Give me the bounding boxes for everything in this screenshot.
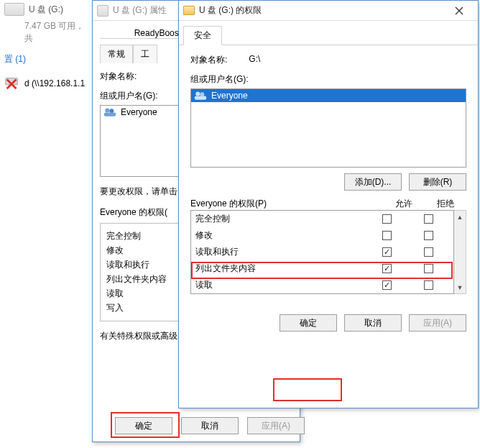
column-deny: 拒绝 bbox=[425, 198, 466, 210]
deny-checkbox[interactable] bbox=[424, 247, 433, 257]
apply-button[interactable]: 应用(A) bbox=[247, 417, 305, 434]
highlight-ok-permissions bbox=[273, 378, 342, 401]
allow-checkbox[interactable] bbox=[382, 231, 392, 240]
perm-row: 完全控制 bbox=[191, 211, 453, 227]
network-drive-error-icon bbox=[4, 76, 20, 91]
tab-tools[interactable]: 工 bbox=[133, 45, 157, 63]
group-users-label: 组或用户名(G): bbox=[190, 73, 466, 86]
allow-checkbox[interactable] bbox=[382, 247, 392, 257]
perm-row: 读取 bbox=[191, 277, 453, 293]
permissions-for-label: Everyone 的权限(P) bbox=[190, 198, 383, 210]
deny-checkbox[interactable] bbox=[424, 231, 433, 240]
allow-checkbox[interactable] bbox=[382, 264, 392, 273]
svg-rect-3 bbox=[104, 113, 116, 116]
scroll-down-icon[interactable]: ▼ bbox=[454, 281, 466, 293]
network-item[interactable]: d (\\192.168.1.1 bbox=[0, 73, 92, 94]
permissions-title: U 盘 (G:) 的权限 bbox=[199, 4, 262, 17]
cancel-button[interactable]: 取消 bbox=[344, 314, 402, 332]
perm-row: 读取和执行 bbox=[191, 244, 453, 260]
allow-checkbox[interactable] bbox=[382, 280, 392, 290]
drive-icon bbox=[4, 3, 24, 16]
apply-button[interactable]: 应用(A) bbox=[409, 314, 466, 332]
location-count: 置 (1) bbox=[0, 46, 92, 73]
close-icon bbox=[455, 6, 463, 15]
remove-button[interactable]: 删除(R) bbox=[409, 173, 466, 191]
drive-freespace: 7.47 GB 可用，共 bbox=[0, 19, 92, 46]
deny-checkbox[interactable] bbox=[424, 264, 433, 273]
permissions-table: 完全控制 修改 读取和执行 列出文件夹内容 bbox=[190, 210, 454, 294]
perm-row: 列出文件夹内容 bbox=[191, 260, 453, 277]
add-button[interactable]: 添加(D)... bbox=[344, 173, 402, 191]
object-name-value: G:\ bbox=[249, 54, 260, 66]
allow-checkbox[interactable] bbox=[382, 214, 392, 224]
drive-item[interactable]: U 盘 (G:) bbox=[0, 0, 92, 19]
scrollbar[interactable]: ▲ ▼ bbox=[454, 210, 466, 294]
list-item-label: Everyone bbox=[121, 107, 157, 117]
object-name-label: 对象名称: bbox=[100, 70, 137, 83]
svg-point-5 bbox=[200, 92, 204, 96]
close-button[interactable] bbox=[445, 1, 474, 21]
tab-general[interactable]: 常规 bbox=[100, 45, 133, 63]
list-item[interactable]: Everyone bbox=[191, 89, 466, 102]
deny-checkbox[interactable] bbox=[424, 280, 433, 290]
svg-point-4 bbox=[195, 92, 200, 96]
deny-checkbox[interactable] bbox=[424, 214, 433, 224]
ok-button[interactable]: 确定 bbox=[280, 314, 337, 332]
svg-rect-6 bbox=[195, 96, 207, 100]
list-item-label: Everyone bbox=[211, 91, 248, 101]
explorer-fragment: U 盘 (G:) 7.47 GB 可用，共 置 (1) d (\\192.168… bbox=[0, 0, 92, 448]
drive-icon bbox=[97, 5, 109, 17]
drive-label: U 盘 (G:) bbox=[29, 4, 63, 16]
users-icon bbox=[103, 107, 116, 117]
cancel-button[interactable]: 取消 bbox=[181, 417, 239, 434]
permissions-titlebar[interactable]: U 盘 (G:) 的权限 bbox=[179, 1, 478, 21]
folder-icon bbox=[183, 6, 195, 15]
svg-point-1 bbox=[105, 109, 109, 113]
properties-title: U 盘 (G:) 属性 bbox=[113, 4, 167, 17]
tab-security[interactable]: 安全 bbox=[183, 26, 222, 45]
scroll-up-icon[interactable]: ▲ bbox=[454, 211, 466, 223]
perm-row: 修改 bbox=[191, 227, 453, 244]
column-allow: 允许 bbox=[383, 198, 425, 210]
group-users-list[interactable]: Everyone bbox=[190, 88, 466, 168]
svg-point-2 bbox=[109, 109, 114, 113]
permissions-dialog: U 盘 (G:) 的权限 安全 对象名称: G:\ 组或用户名(G): Ever… bbox=[178, 0, 479, 408]
ok-button[interactable]: 确定 bbox=[115, 417, 172, 434]
users-icon bbox=[194, 91, 207, 101]
object-name-label: 对象名称: bbox=[190, 54, 227, 66]
network-item-label: d (\\192.168.1.1 bbox=[24, 78, 85, 88]
